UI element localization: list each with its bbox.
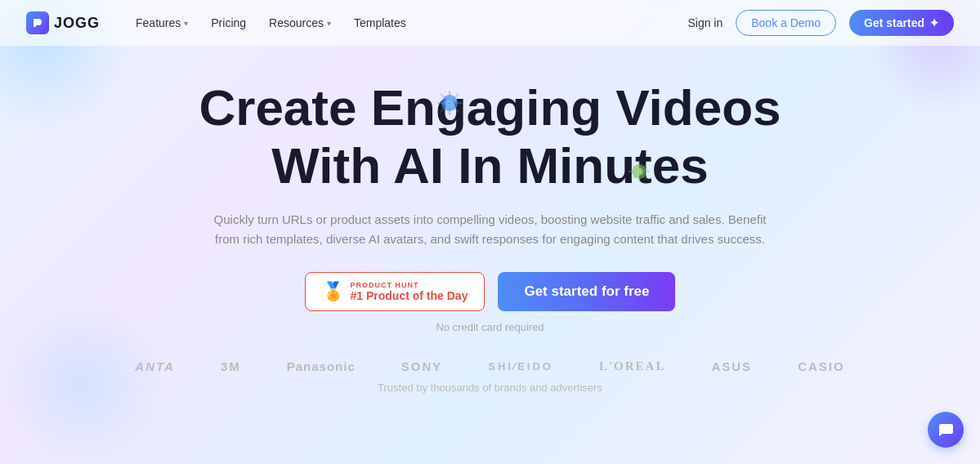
product-hunt-text: PRODUCT HUNT #1 Product of the Day bbox=[351, 281, 468, 302]
get-started-nav-button[interactable]: Get started ✦ bbox=[849, 10, 954, 36]
nav-right: Sign in Book a Demo Get started ✦ bbox=[687, 10, 954, 36]
brands-row: ANTA 3M Panasonic SONY SHI∕EIDO L'OREAL … bbox=[16, 359, 964, 373]
features-chevron-icon: ▾ bbox=[184, 19, 188, 28]
resources-chevron-icon: ▾ bbox=[327, 19, 331, 28]
product-hunt-badge[interactable]: 🏅 PRODUCT HUNT #1 Product of the Day bbox=[305, 272, 486, 311]
brand-sony: SONY bbox=[378, 359, 466, 373]
hero-subtitle: Quickly turn URLs or product assets into… bbox=[213, 210, 768, 249]
brand-shiseido: SHI∕EIDO bbox=[465, 360, 576, 373]
book-demo-button[interactable]: Book a Demo bbox=[736, 10, 836, 36]
brand-casio: CASIO bbox=[775, 359, 868, 373]
sign-in-link[interactable]: Sign in bbox=[687, 16, 723, 29]
logo-text: JOGG bbox=[54, 15, 100, 32]
brand-3m: 3M bbox=[198, 359, 264, 373]
logo[interactable]: JOGG bbox=[26, 11, 100, 34]
sparkle-icon: ✦ bbox=[929, 16, 939, 29]
navbar: JOGG Features ▾ Pricing Resources ▾ Temp… bbox=[0, 0, 980, 46]
nav-links: Features ▾ Pricing Resources ▾ Templates bbox=[126, 11, 687, 34]
nav-resources[interactable]: Resources ▾ bbox=[259, 11, 341, 34]
blue-decoration-icon bbox=[436, 70, 463, 128]
nav-templates[interactable]: Templates bbox=[344, 11, 416, 34]
chat-support-button[interactable] bbox=[928, 412, 964, 448]
no-credit-card-text: No credit card required bbox=[16, 321, 964, 333]
hero-section: Create Engaging Videos With AI In Minute… bbox=[0, 46, 980, 417]
brand-anta: ANTA bbox=[112, 359, 198, 373]
cta-group: 🏅 PRODUCT HUNT #1 Product of the Day Get… bbox=[16, 272, 964, 311]
hero-title: Create Engaging Videos With AI In Minute… bbox=[199, 78, 781, 195]
nav-features[interactable]: Features ▾ bbox=[126, 11, 198, 34]
brands-section: ANTA 3M Panasonic SONY SHI∕EIDO L'OREAL … bbox=[16, 359, 964, 400]
green-decoration-icon bbox=[628, 136, 651, 194]
brand-loreal: L'OREAL bbox=[576, 359, 689, 373]
logo-icon bbox=[26, 11, 49, 34]
trophy-icon: 🏅 bbox=[322, 281, 344, 302]
brand-asus: ASUS bbox=[688, 359, 775, 373]
get-started-free-button[interactable]: Get started for free bbox=[498, 272, 675, 311]
brands-tagline: Trusted by thousands of brands and adver… bbox=[16, 381, 964, 394]
brand-panasonic: Panasonic bbox=[264, 359, 378, 373]
nav-pricing[interactable]: Pricing bbox=[201, 11, 256, 34]
